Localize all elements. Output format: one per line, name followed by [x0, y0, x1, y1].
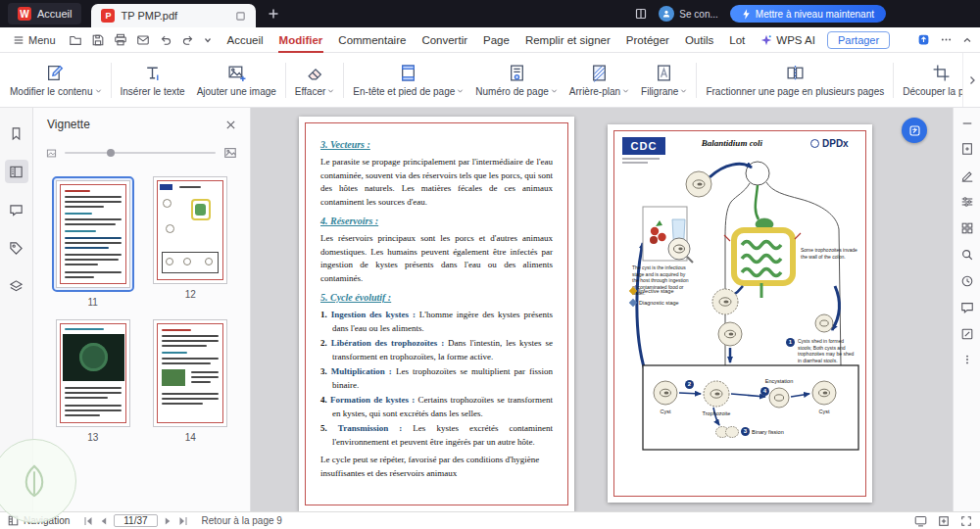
- more-tools-icon[interactable]: [961, 354, 973, 365]
- stage-label-encystation: Encystation: [756, 378, 803, 384]
- wps-ai-button[interactable]: WPS AI: [753, 34, 823, 46]
- erase-label: Effacer: [295, 86, 326, 97]
- tab-convertir[interactable]: Convertir: [414, 27, 475, 53]
- open-file-icon[interactable]: [69, 33, 82, 47]
- page-number-button[interactable]: Numéro de page: [469, 60, 564, 101]
- next-page-icon[interactable]: [164, 516, 172, 526]
- split-view-icon[interactable]: [635, 8, 647, 20]
- tab-page[interactable]: Page: [475, 27, 517, 53]
- panel-header: Vignette: [33, 108, 250, 141]
- thumbnail-page-number: 13: [87, 432, 98, 443]
- close-panel-icon[interactable]: [225, 120, 236, 130]
- layers-panel-button[interactable]: [5, 274, 28, 298]
- page-indicator-field[interactable]: 11/37: [114, 514, 157, 527]
- signature-icon[interactable]: [960, 168, 974, 182]
- fit-page-icon[interactable]: [938, 515, 950, 527]
- annotate-icon[interactable]: [960, 327, 974, 341]
- thumbnail-item-13[interactable]: 13: [49, 319, 137, 443]
- mail-icon[interactable]: [136, 33, 150, 47]
- collapse-sidebar-icon[interactable]: [961, 118, 973, 129]
- boost-icon[interactable]: [917, 33, 930, 46]
- tab-remplir-et-signer[interactable]: Remplir et signer: [517, 27, 618, 53]
- menu-label: Menu: [28, 34, 56, 46]
- first-page-icon[interactable]: [83, 516, 93, 526]
- ribbon-more-button[interactable]: [962, 53, 980, 107]
- pdf-page-12[interactable]: CDC Balantidium coli DPDx The cyst is th…: [608, 124, 872, 503]
- tab-lot[interactable]: Lot: [721, 27, 753, 53]
- export-icon[interactable]: [960, 142, 974, 156]
- add-image-button[interactable]: Ajouter une image: [191, 60, 282, 101]
- list-lead: Ingestion des kystes :: [331, 310, 416, 319]
- undo-icon[interactable]: [159, 33, 172, 47]
- ribbon-separator: [111, 63, 112, 98]
- attachments-panel-button[interactable]: [5, 236, 28, 260]
- account-button[interactable]: Se con...: [659, 6, 717, 22]
- account-label: Se con...: [679, 9, 717, 20]
- share-button[interactable]: Partager: [827, 31, 890, 49]
- comments-panel-button[interactable]: [5, 198, 28, 221]
- thumbnail-page-11[interactable]: [56, 180, 130, 288]
- open-in-window-icon[interactable]: [235, 11, 246, 22]
- previous-page-icon[interactable]: [99, 516, 108, 526]
- background-label: Arrière-plan: [569, 86, 620, 97]
- thumbnail-item-11[interactable]: 11: [49, 176, 137, 308]
- translate-icon: [908, 124, 921, 137]
- mini-micrograph: [63, 334, 124, 381]
- collapse-ribbon-icon[interactable]: [962, 35, 972, 45]
- floating-translate-button[interactable]: [902, 118, 927, 143]
- document-canvas[interactable]: 3. Vecteurs : Le parasite se propage pri…: [251, 108, 953, 511]
- thumbnail-page-12[interactable]: [153, 176, 227, 284]
- tab-outils[interactable]: Outils: [677, 27, 721, 53]
- large-image-icon: [223, 146, 237, 160]
- list-lead: Multiplication :: [331, 366, 392, 376]
- header-footer-button[interactable]: En-tête et pied de page: [347, 60, 469, 101]
- background-button[interactable]: Arrière-plan: [564, 60, 635, 101]
- tab-modifier[interactable]: Modifier: [271, 27, 331, 53]
- more-menu-icon[interactable]: [940, 33, 953, 46]
- fullscreen-icon[interactable]: [960, 515, 972, 527]
- watermark-button[interactable]: Filigrane: [635, 60, 693, 101]
- tab-proteger[interactable]: Protéger: [618, 27, 677, 53]
- last-page-icon[interactable]: [178, 516, 188, 526]
- thumbnail-item-12[interactable]: 12: [147, 176, 235, 308]
- slider-knob[interactable]: [107, 149, 115, 157]
- search-icon[interactable]: [960, 248, 974, 262]
- list-item: 2. Libération des trophozoïtes : Dans l'…: [320, 337, 553, 363]
- tab-accueil[interactable]: Accueil: [220, 27, 271, 53]
- tab-commentaire[interactable]: Commentaire: [330, 27, 414, 53]
- adjust-icon[interactable]: [960, 195, 974, 209]
- main-menu-button[interactable]: Menu: [8, 27, 61, 53]
- modify-content-button[interactable]: Modifier le contenu: [4, 60, 108, 101]
- document-tab[interactable]: P TP PMP.pdf: [91, 4, 256, 27]
- redo-icon[interactable]: [181, 33, 195, 47]
- save-icon[interactable]: [91, 33, 105, 47]
- thumbnail-zoom-slider[interactable]: [65, 152, 216, 154]
- thumbnail-item-14[interactable]: 14: [147, 319, 235, 443]
- header-footer-icon: [399, 64, 417, 82]
- thumbnail-page-13[interactable]: [56, 319, 130, 427]
- ribbon-separator: [696, 63, 697, 98]
- thumbnail-page-14[interactable]: [153, 319, 227, 427]
- crop-icon: [932, 64, 951, 82]
- bookmarks-panel-button[interactable]: [5, 121, 28, 145]
- insert-text-button[interactable]: Insérer le texte: [115, 60, 191, 101]
- comment-icon[interactable]: [960, 301, 974, 314]
- home-tab[interactable]: W Accueil: [8, 3, 81, 24]
- split-page-button[interactable]: Fractionner une page en plusieurs pages: [700, 60, 890, 101]
- print-icon[interactable]: [114, 33, 127, 47]
- history-icon[interactable]: [960, 274, 974, 288]
- thumbnails-panel-button[interactable]: [5, 160, 28, 183]
- back-to-page-link[interactable]: Retour à la page 9: [202, 515, 282, 526]
- section-body: Les réservoirs principaux sont les porcs…: [320, 232, 553, 285]
- erase-button[interactable]: Effacer: [289, 60, 341, 101]
- ribbon-separator: [285, 63, 286, 98]
- apps-grid-icon[interactable]: [960, 221, 974, 235]
- note-shed: Cysts shed in formed stools; Both cysts …: [798, 338, 858, 363]
- chevron-down-icon[interactable]: [204, 36, 212, 44]
- read-mode-icon[interactable]: [914, 515, 927, 527]
- upgrade-button[interactable]: Mettre à niveau maintenant: [730, 5, 886, 23]
- watermark-label: Filigrane: [641, 86, 678, 97]
- new-tab-button[interactable]: [268, 8, 279, 20]
- thumbnail-page-number: 12: [185, 289, 196, 300]
- pdf-page-11[interactable]: 3. Vecteurs : Le parasite se propage pri…: [299, 117, 574, 511]
